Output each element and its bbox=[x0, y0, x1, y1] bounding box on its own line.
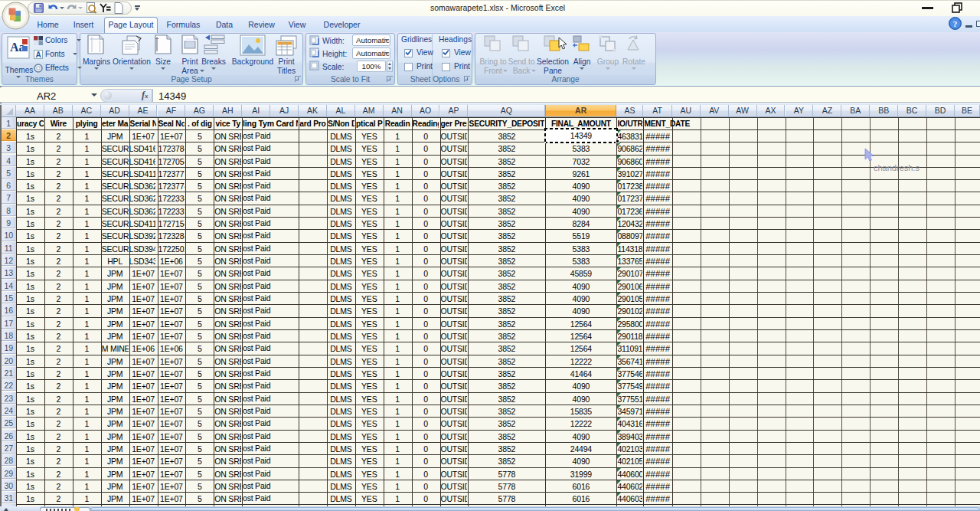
svg-text:A: A bbox=[35, 51, 41, 59]
svg-text:?: ? bbox=[953, 19, 958, 28]
